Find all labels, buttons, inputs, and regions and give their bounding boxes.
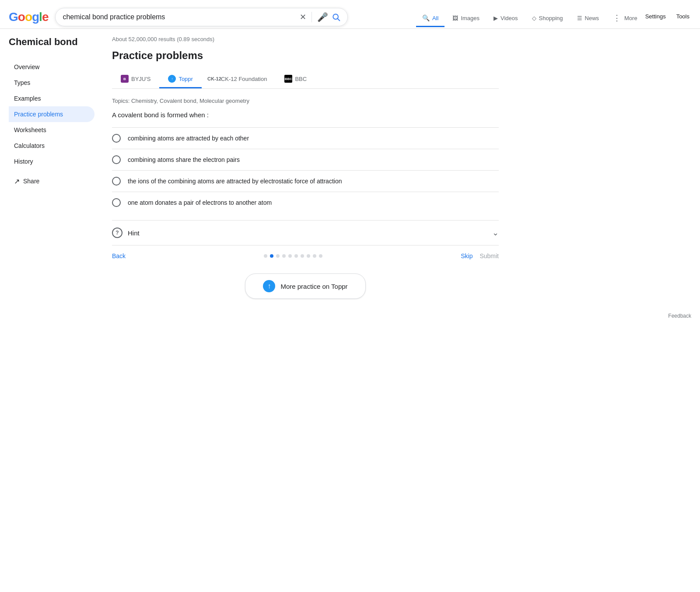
search-submit-button[interactable] — [332, 13, 340, 21]
tab-shopping-label: Shopping — [539, 15, 563, 21]
sidebar-item-worksheets[interactable]: Worksheets — [9, 122, 98, 138]
question-text: A covalent bond is formed when : — [112, 111, 499, 119]
skip-button[interactable]: Skip — [461, 252, 472, 259]
option-item-4[interactable]: one atom donates a pair of electrons to … — [112, 192, 499, 213]
search-icon: 🔍 — [422, 14, 430, 21]
sidebar-item-practice-problems[interactable]: Practice problems — [9, 106, 98, 122]
video-icon: ▶ — [494, 15, 498, 21]
nav-row: Back Skip Submit — [112, 245, 499, 266]
source-tab-toppr[interactable]: ↑ Toppr — [159, 70, 202, 88]
tab-shopping[interactable]: ◇ Shopping — [526, 11, 569, 27]
tab-all[interactable]: 🔍 All — [416, 10, 444, 27]
sidebar-title: Chemical bond — [9, 36, 98, 49]
option-item-2[interactable]: combining atoms share the electron pairs — [112, 149, 499, 170]
source-tab-byjus[interactable]: B BYJU'S — [112, 70, 159, 88]
source-tab-bbc-label: BBC — [295, 76, 307, 82]
source-tab-ck12-label: CK-12 Foundation — [221, 76, 267, 82]
sidebar-item-types[interactable]: Types — [9, 75, 98, 91]
logo-letter-e: e — [42, 10, 49, 24]
pagination-dots — [264, 254, 322, 258]
radio-circle-3 — [112, 177, 121, 186]
tab-images[interactable]: 🖼 Images — [446, 11, 486, 27]
feedback-row: Feedback — [0, 306, 700, 326]
toppr-logo-icon: ↑ — [168, 75, 176, 83]
radio-circle-4 — [112, 198, 121, 207]
sidebar-item-examples[interactable]: Examples — [9, 91, 98, 106]
dot-7 — [301, 254, 304, 258]
dot-1 — [264, 254, 267, 258]
source-tab-ck12[interactable]: CK-12 CK-12 Foundation — [202, 70, 276, 88]
sidebar-link-overview[interactable]: Overview — [9, 59, 94, 75]
clear-search-button[interactable]: ✕ — [300, 12, 306, 22]
settings-link[interactable]: Settings — [644, 9, 668, 24]
option-item-1[interactable]: combining atoms are attracted by each ot… — [112, 127, 499, 149]
tab-images-label: Images — [461, 15, 480, 21]
tab-news-label: News — [585, 15, 599, 21]
sidebar-link-types[interactable]: Types — [9, 75, 94, 91]
tab-all-label: All — [432, 15, 438, 21]
main-content: Chemical bond Overview Types Examples Pr… — [0, 29, 700, 306]
tab-videos[interactable]: ▶ Videos — [487, 11, 524, 27]
sidebar-link-practice-problems[interactable]: Practice problems — [9, 106, 94, 122]
svg-line-1 — [338, 18, 340, 21]
content-area: About 52,000,000 results (0.89 seconds) … — [105, 36, 499, 306]
sidebar-item-history[interactable]: History — [9, 154, 98, 169]
sidebar-item-calculators[interactable]: Calculators — [9, 138, 98, 154]
dot-3 — [276, 254, 280, 258]
share-icon: ↗ — [14, 177, 20, 186]
source-tab-byjus-label: BYJU'S — [131, 76, 150, 82]
hint-label: Hint — [128, 229, 140, 237]
dot-8 — [307, 254, 310, 258]
sidebar-item-overview[interactable]: Overview — [9, 59, 98, 75]
topics-line: Topics: Chemistry, Covalent bond, Molecu… — [112, 98, 499, 104]
feedback-link[interactable]: Feedback — [668, 313, 691, 319]
source-tab-bbc[interactable]: BBC BBC — [276, 70, 315, 88]
share-button[interactable]: ↗ Share — [9, 173, 98, 190]
tools-link[interactable]: Tools — [675, 9, 691, 24]
toppr-circle-icon: ↑ — [263, 280, 275, 292]
hint-chevron-icon: ⌄ — [492, 228, 499, 238]
sidebar-link-examples[interactable]: Examples — [9, 91, 94, 106]
more-practice-label: More practice on Toppr — [280, 283, 347, 290]
more-dots-icon: ⋮ — [613, 13, 622, 23]
dot-9 — [313, 254, 316, 258]
option-item-3[interactable]: the ions of the combining atoms are attr… — [112, 170, 499, 192]
search-nav-tabs: 🔍 All 🖼 Images ▶ Videos ◇ Shopping ☰ New… — [416, 5, 644, 28]
sidebar-link-calculators[interactable]: Calculators — [9, 138, 94, 154]
tab-news[interactable]: ☰ News — [571, 11, 606, 27]
news-icon: ☰ — [577, 15, 582, 21]
header: Google ✕ 🎤 🔍 All 🖼 Images ▶ V — [0, 0, 700, 29]
search-bar: ✕ 🎤 — [55, 8, 347, 26]
dot-4 — [282, 254, 286, 258]
search-input[interactable] — [63, 13, 296, 21]
dot-5 — [288, 254, 292, 258]
dot-2 — [270, 254, 273, 258]
nav-right-buttons: Skip Submit — [461, 252, 499, 259]
tab-more-label: More — [624, 15, 637, 21]
more-practice-button[interactable]: ↑ More practice on Toppr — [245, 273, 365, 299]
option-text-1: combining atoms are attracted by each ot… — [128, 135, 249, 142]
sidebar-link-history[interactable]: History — [9, 154, 94, 169]
hint-question-icon: ? — [112, 228, 122, 238]
options-list: combining atoms are attracted by each ot… — [112, 127, 499, 213]
voice-search-button[interactable]: 🎤 — [317, 12, 328, 22]
byjus-logo-icon: B — [121, 75, 129, 83]
sidebar-nav: Overview Types Examples Practice problem… — [9, 59, 98, 169]
logo-letter-o1: o — [18, 10, 25, 24]
dot-6 — [294, 254, 298, 258]
submit-button: Submit — [480, 252, 499, 259]
logo-letter-g: G — [9, 10, 18, 24]
results-info: About 52,000,000 results (0.89 seconds) — [112, 36, 499, 42]
dot-10 — [319, 254, 322, 258]
source-tabs: B BYJU'S ↑ Toppr CK-12 CK-12 Foundation … — [112, 70, 499, 89]
hint-row[interactable]: ? Hint ⌄ — [112, 220, 499, 245]
back-button[interactable]: Back — [112, 252, 126, 259]
option-text-2: combining atoms share the electron pairs — [128, 156, 240, 163]
sidebar: Chemical bond Overview Types Examples Pr… — [9, 36, 105, 306]
option-text-3: the ions of the combining atoms are attr… — [128, 178, 342, 185]
google-logo: Google — [9, 10, 48, 24]
results-title: Practice problems — [112, 49, 499, 62]
tab-more[interactable]: ⋮ More — [607, 9, 644, 28]
logo-letter-l: l — [39, 10, 42, 24]
sidebar-link-worksheets[interactable]: Worksheets — [9, 122, 94, 138]
